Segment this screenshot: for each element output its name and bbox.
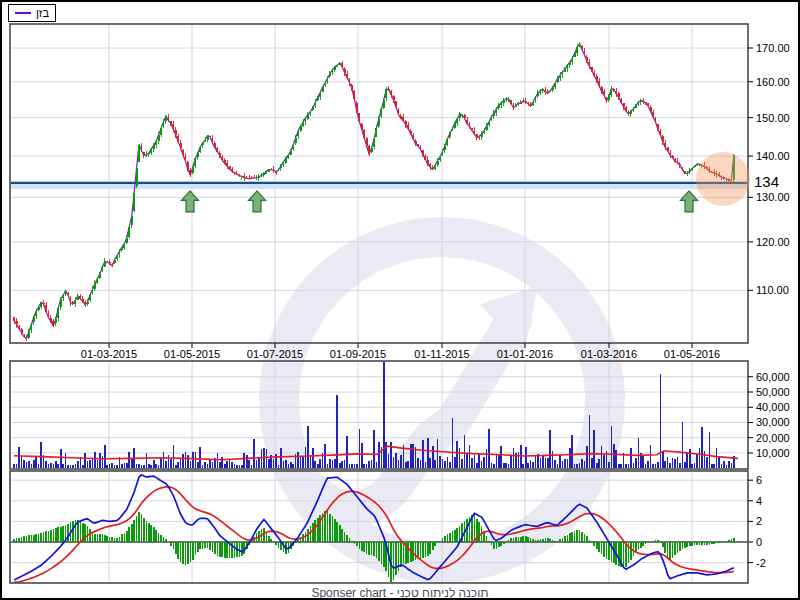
svg-text:01-09-2015: 01-09-2015 <box>330 348 386 360</box>
legend-line-sample <box>15 12 31 14</box>
svg-text:140.00: 140.00 <box>756 150 790 162</box>
svg-text:170.00: 170.00 <box>756 42 790 54</box>
price-close-line <box>14 44 734 339</box>
svg-text:01-05-2015: 01-05-2015 <box>164 348 220 360</box>
buy-arrow-markers <box>182 191 698 212</box>
svg-text:01-07-2015: 01-07-2015 <box>247 348 303 360</box>
price-axis-labels: 170.00160.00150.00140.00130.00120.00110.… <box>748 42 790 296</box>
current-price-label: 134 <box>754 173 779 190</box>
svg-text:120.00: 120.00 <box>756 236 790 248</box>
buy-arrow-icon <box>681 191 698 212</box>
legend-box[interactable]: בזן <box>8 4 56 22</box>
svg-text:01-03-2016: 01-03-2016 <box>581 348 637 360</box>
svg-text:40,000: 40,000 <box>756 401 790 413</box>
footer-text: Sponser chart - תוכנה לניתוח טכני <box>2 586 798 600</box>
svg-text:01-01-2016: 01-01-2016 <box>497 348 553 360</box>
candlestick-series <box>13 42 734 341</box>
svg-text:01-05-2016: 01-05-2016 <box>664 348 720 360</box>
date-axis-labels: 01-03-201501-05-201501-07-201501-09-2015… <box>81 343 720 360</box>
svg-text:20,000: 20,000 <box>756 432 790 444</box>
svg-text:4: 4 <box>756 495 762 507</box>
svg-text:30,000: 30,000 <box>756 416 790 428</box>
support-line-134 <box>11 183 747 189</box>
svg-text:150.00: 150.00 <box>756 112 790 124</box>
volume-bars <box>13 362 734 468</box>
svg-text:110.00: 110.00 <box>756 284 789 296</box>
buy-arrow-icon <box>249 191 266 212</box>
svg-text:-2: -2 <box>756 557 766 569</box>
svg-text:60,000: 60,000 <box>756 371 790 383</box>
svg-text:130.00: 130.00 <box>756 191 790 203</box>
buy-arrow-icon <box>182 191 199 212</box>
svg-text:160.00: 160.00 <box>756 76 790 88</box>
svg-text:01-03-2015: 01-03-2015 <box>81 348 137 360</box>
svg-text:0: 0 <box>756 536 762 548</box>
legend-label: בזן <box>36 7 49 19</box>
svg-text:6: 6 <box>756 474 762 486</box>
highlight-circle <box>696 152 750 206</box>
svg-text:2: 2 <box>756 515 762 527</box>
macd-axis-labels: 6420-2 <box>748 474 766 568</box>
svg-text:10,000: 10,000 <box>756 447 790 459</box>
svg-text:01-11-2015: 01-11-2015 <box>414 348 469 360</box>
volume-axis-labels: 60,00050,00040,00030,00020,00010,000 <box>748 371 790 459</box>
chart-window: בזן 170.00160.00150.00140.00130.00120.00… <box>0 0 800 600</box>
svg-text:50,000: 50,000 <box>756 386 790 398</box>
chart-canvas[interactable]: 170.00160.00150.00140.00130.00120.00110.… <box>2 2 800 600</box>
